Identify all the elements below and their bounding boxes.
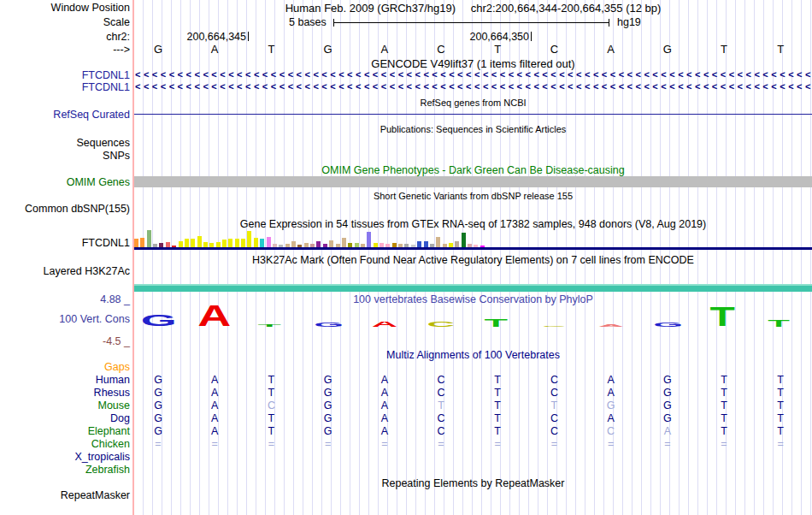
alignment-cell: T <box>268 387 275 399</box>
omim-genes-label[interactable]: OMIM Genes <box>0 176 130 188</box>
base-letter: G <box>154 44 162 56</box>
scale-label: Scale <box>0 16 130 28</box>
conservation-letter: A <box>198 305 232 327</box>
coord-right-tick <box>531 32 532 41</box>
gtex-bar <box>222 240 227 247</box>
alignment-cell: T <box>777 425 784 437</box>
gtex-bar <box>147 230 151 247</box>
alignment-row-dog[interactable]: GATGACTCAGTT <box>134 412 812 425</box>
gtex-bar <box>235 239 239 247</box>
alignment-cell: C <box>437 412 444 424</box>
alignment-cell: C <box>437 374 444 386</box>
gtex-bar <box>247 231 251 247</box>
omim-genes-bar[interactable] <box>134 176 812 187</box>
alignment-cell: A <box>381 387 388 399</box>
phylop-track-label[interactable]: 100 Vert. Cons <box>0 313 130 325</box>
base-letter: G <box>324 44 332 56</box>
gene-label-ftcdnl1-1[interactable]: FTCDNL1 <box>0 69 130 81</box>
species-label-x_tropicalis[interactable]: X_tropicalis <box>0 451 130 463</box>
base-letter: C <box>550 44 558 56</box>
alignment-cell: A <box>381 400 388 411</box>
alignment-cell: = <box>721 438 727 450</box>
h3k27ac-signal-bar[interactable] <box>134 284 812 292</box>
alignment-cell: A <box>607 374 614 386</box>
refseq-curated-label[interactable]: RefSeq Curated <box>0 109 130 121</box>
alignment-row-gaps[interactable] <box>134 361 812 374</box>
species-label-gaps[interactable]: Gaps <box>0 361 130 373</box>
alignment-cell: = <box>495 438 501 450</box>
gtex-bar <box>417 241 421 247</box>
gtex-baseline <box>134 247 812 250</box>
species-label-rhesus[interactable]: Rhesus <box>0 387 130 399</box>
alignment-cell: A <box>211 400 218 411</box>
alignment-row-zebrafish[interactable] <box>134 464 812 477</box>
species-label-chicken[interactable]: Chicken <box>0 438 130 450</box>
alignment-row-mouse[interactable]: GACGATTTGGTT <box>134 400 812 412</box>
alignment-cell: T <box>777 374 784 386</box>
alignment-cell: C <box>550 374 558 386</box>
alignment-cell: A <box>211 387 218 399</box>
gtex-bar <box>254 238 258 247</box>
phylop-min-label: -4.5 _ <box>0 335 130 347</box>
sequences-label[interactable]: Sequences <box>0 137 130 149</box>
alignment-row-human[interactable]: GATGACTCAGTT <box>134 374 812 387</box>
conservation-letter: A <box>597 325 623 327</box>
multiz-track-title: Multiz Alignments of 100 Vertebrates <box>134 349 812 361</box>
species-label-mouse[interactable]: Mouse <box>0 400 130 411</box>
alignment-cell: C <box>437 387 444 399</box>
phylop-logo-row[interactable]: GATGACTCAGTT <box>134 304 812 327</box>
alignment-cell: G <box>663 374 672 386</box>
conservation-letter: G <box>314 323 344 327</box>
position-title: Human Feb. 2009 (GRCh37/hg19) chr2:200,6… <box>134 2 812 15</box>
alignment-row-chicken[interactable]: ============ <box>134 438 812 451</box>
alignment-row-elephant[interactable]: GATGACTCCATT <box>134 425 812 438</box>
gene-arrows-1[interactable]: <<<<<<<<<<<<<<<<<<<<<<<<<<<<<<<<<<<<<<<<… <box>135 69 811 80</box>
conservation-letter: T <box>710 307 735 327</box>
alignment-cell: A <box>211 374 218 386</box>
gtex-bar <box>455 241 459 247</box>
species-label-human[interactable]: Human <box>0 374 130 386</box>
alignment-cell: = <box>268 438 274 450</box>
base-letter: G <box>663 44 672 56</box>
alignment-cell: G <box>324 374 332 386</box>
base-letter: T <box>494 44 501 56</box>
gtex-gene-label[interactable]: FTCDNL1 <box>0 237 130 249</box>
conservation-letter: T <box>485 318 508 327</box>
alignment-row-x_tropicalis[interactable] <box>134 451 812 464</box>
alignment-row-rhesus[interactable]: GATGACTCAGTT <box>134 387 812 400</box>
position-range: chr2:200,664,344-200,664,355 (12 bp) <box>459 2 662 15</box>
refseq-track-title: RefSeq genes from NCBI <box>134 98 812 108</box>
species-label-zebrafish[interactable]: Zebrafish <box>0 464 130 476</box>
alignment-cell: A <box>381 374 388 386</box>
coord-left-tick <box>248 32 249 41</box>
alignment-cell: = <box>664 438 670 450</box>
base-sequence-row[interactable]: GATGACTCAGTT <box>134 44 812 56</box>
publications-track-title: Publications: Sequences in Scientific Ar… <box>134 124 812 134</box>
species-label-elephant[interactable]: Elephant <box>0 425 130 437</box>
species-label-dog[interactable]: Dog <box>0 412 130 424</box>
scale-tick-right <box>609 19 609 27</box>
gene-arrows-2[interactable]: <<<<<<<<<<<<<<<<<<<<<<<<<<<<<<<<<<<<<<<<… <box>135 81 811 92</box>
gtex-expression-chart[interactable] <box>134 228 812 247</box>
conservation-letter: G <box>653 323 683 327</box>
alignment-cell: T <box>721 387 727 399</box>
alignment-cell: = <box>381 438 387 450</box>
alignment-cell: T <box>268 374 275 386</box>
alignment-cell: T <box>777 400 784 411</box>
alignment-cell: A <box>664 425 671 437</box>
snps-label[interactable]: SNPs <box>0 150 130 162</box>
base-letter: T <box>721 44 727 56</box>
refseq-line[interactable] <box>134 114 812 115</box>
gtex-bar <box>462 233 466 247</box>
gtex-bar <box>291 241 296 247</box>
gtex-bar <box>329 240 333 247</box>
alignment-cell: = <box>155 438 161 450</box>
alignment-cell: T <box>494 374 501 386</box>
gtex-bar <box>185 239 189 247</box>
gtex-bar <box>191 239 195 247</box>
dbsnp-label[interactable]: Common dbSNP(155) <box>0 203 130 215</box>
repeatmasker-label[interactable]: RepeatMasker <box>0 489 130 501</box>
h3k27ac-label[interactable]: Layered H3K27Ac <box>0 265 130 277</box>
gene-label-ftcdnl1-2[interactable]: FTCDNL1 <box>0 81 130 93</box>
alignment-cell: = <box>438 438 444 450</box>
